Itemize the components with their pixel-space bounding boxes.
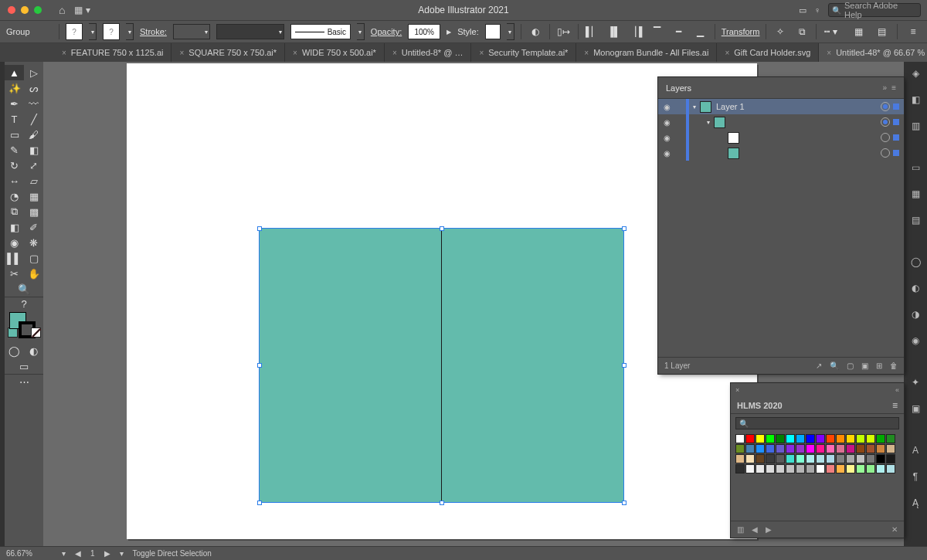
line-segment-tool[interactable]: ╱ bbox=[24, 111, 43, 127]
color-swatch[interactable] bbox=[735, 434, 745, 443]
window-zoom-icon[interactable] bbox=[34, 6, 42, 14]
next-swatch-icon[interactable]: ▶ bbox=[766, 525, 772, 534]
create-sublayer-icon[interactable]: ▣ bbox=[861, 361, 868, 370]
gradient-panel-icon[interactable]: ◐ bbox=[908, 281, 922, 295]
target-icon[interactable] bbox=[881, 117, 890, 127]
screen-mode-icon[interactable]: ▭ bbox=[5, 358, 43, 374]
transform-label[interactable]: Transform bbox=[722, 27, 760, 36]
align-to-icon[interactable]: ▯↦ bbox=[556, 24, 572, 39]
more-options-icon[interactable]: ┅ ▾ bbox=[823, 24, 838, 39]
fill-dropdown[interactable] bbox=[89, 23, 97, 40]
help-search-input[interactable]: 🔍 Search Adobe Help bbox=[828, 3, 921, 17]
layers-panel-header[interactable]: Layers »≡ bbox=[658, 77, 904, 99]
visibility-icon[interactable]: ◉ bbox=[658, 118, 675, 127]
width-tool[interactable]: ↔ bbox=[5, 173, 24, 188]
swatches-panel-icon[interactable]: ▦ bbox=[908, 187, 922, 201]
stroke-dropdown[interactable] bbox=[126, 23, 134, 40]
color-swatch[interactable] bbox=[836, 464, 845, 473]
color-swatch[interactable] bbox=[776, 434, 785, 443]
visibility-icon[interactable]: ◉ bbox=[658, 134, 675, 142]
disclosure-icon[interactable]: ▾ bbox=[703, 119, 714, 126]
color-panel-icon[interactable]: ▭ bbox=[908, 161, 922, 175]
color-swatch[interactable] bbox=[886, 434, 895, 443]
color-swatch[interactable] bbox=[745, 434, 755, 443]
share-icon[interactable]: ▭ bbox=[799, 5, 806, 15]
selection-handle[interactable] bbox=[622, 363, 626, 368]
color-swatch[interactable] bbox=[816, 454, 825, 463]
selection-handle[interactable] bbox=[257, 226, 262, 231]
glyphs-panel-icon[interactable]: Ą bbox=[908, 496, 922, 510]
list-view-icon[interactable]: ▤ bbox=[874, 24, 889, 39]
close-icon[interactable]: × bbox=[392, 49, 397, 57]
color-swatch[interactable] bbox=[876, 464, 885, 473]
hand-tool[interactable]: ✋ bbox=[24, 266, 43, 281]
close-icon[interactable]: × bbox=[725, 49, 729, 57]
make-clipping-mask-icon[interactable]: ▢ bbox=[847, 361, 854, 370]
close-icon[interactable]: × bbox=[584, 49, 589, 57]
color-swatch[interactable] bbox=[886, 444, 895, 453]
lasso-tool[interactable]: ᔕ bbox=[24, 80, 43, 96]
color-swatch[interactable] bbox=[745, 464, 755, 473]
color-swatch[interactable] bbox=[876, 444, 885, 453]
live-paint-tool[interactable]: ▦ bbox=[24, 188, 43, 204]
color-swatch[interactable] bbox=[735, 464, 745, 473]
color-swatch[interactable] bbox=[806, 434, 815, 443]
window-minimize-icon[interactable] bbox=[21, 6, 29, 14]
color-swatch[interactable] bbox=[816, 434, 825, 443]
appearance-panel-icon[interactable]: ◉ bbox=[908, 334, 922, 348]
color-swatch[interactable] bbox=[816, 444, 825, 453]
artboard-prev-icon[interactable]: ◀ bbox=[75, 549, 81, 558]
zoom-tool[interactable]: 🔍 bbox=[5, 281, 43, 297]
color-swatch[interactable] bbox=[856, 454, 865, 463]
color-swatch[interactable] bbox=[826, 464, 835, 473]
layer-row[interactable]: ◉▾Layer 1 bbox=[658, 99, 904, 114]
search-layer-icon[interactable]: 🔍 bbox=[830, 361, 839, 370]
paintbrush-tool[interactable]: 🖌 bbox=[24, 127, 43, 142]
color-swatch[interactable] bbox=[846, 454, 855, 463]
align-right-icon[interactable]: ▕▐ bbox=[628, 24, 643, 39]
panel-menu-icon[interactable]: ≡ bbox=[892, 400, 898, 411]
document-tab[interactable]: ×WIDE 750 x 500.ai* bbox=[285, 43, 385, 62]
align-bottom-icon[interactable]: ▁ bbox=[693, 24, 708, 39]
color-swatch[interactable] bbox=[766, 434, 775, 443]
color-swatch[interactable] bbox=[796, 434, 805, 443]
gradient-tool[interactable]: ◧ bbox=[5, 219, 24, 235]
grid-view-icon[interactable]: ▦ bbox=[851, 24, 866, 39]
swatch-search-input[interactable]: 🔍 bbox=[735, 417, 899, 429]
visibility-icon[interactable]: ◉ bbox=[658, 103, 675, 111]
edit-contents-icon[interactable]: ⧉ bbox=[794, 24, 810, 39]
color-swatch[interactable] bbox=[796, 444, 805, 453]
transparency-panel-icon[interactable]: ◑ bbox=[908, 307, 922, 321]
color-swatch[interactable] bbox=[856, 434, 865, 443]
selection-handle[interactable] bbox=[257, 501, 262, 505]
color-swatch[interactable] bbox=[826, 444, 835, 453]
pen-tool[interactable]: ✒ bbox=[5, 96, 24, 111]
home-icon[interactable]: ⌂ bbox=[59, 4, 65, 16]
selection-handle[interactable] bbox=[622, 501, 626, 505]
variable-width-profile[interactable]: ▾ bbox=[216, 24, 284, 39]
mesh-tool[interactable]: ▩ bbox=[24, 204, 43, 219]
direct-selection-tool[interactable]: ▷ bbox=[24, 65, 43, 80]
eyedropper-tool[interactable]: ✐ bbox=[24, 219, 43, 235]
arrange-documents-icon[interactable]: ▦ ▾ bbox=[74, 5, 90, 15]
color-swatch[interactable] bbox=[886, 454, 895, 463]
character-panel-icon[interactable]: A bbox=[908, 443, 922, 457]
color-swatch[interactable] bbox=[786, 434, 795, 443]
color-swatch[interactable] bbox=[806, 444, 815, 453]
style-dropdown[interactable] bbox=[507, 23, 514, 40]
properties-panel-icon[interactable]: ◈ bbox=[908, 66, 922, 80]
disclosure-icon[interactable]: ▾ bbox=[689, 104, 700, 110]
color-swatch[interactable] bbox=[836, 434, 845, 443]
color-swatch[interactable] bbox=[866, 444, 875, 453]
document-tab[interactable]: ×Gift Card Holder.svg bbox=[717, 43, 819, 62]
close-icon[interactable]: × bbox=[62, 49, 66, 57]
color-swatch[interactable] bbox=[866, 454, 875, 463]
stroke-swatch[interactable]: ? bbox=[103, 23, 120, 40]
edit-toolbar-icon[interactable]: ? bbox=[5, 297, 43, 311]
color-swatch[interactable] bbox=[756, 454, 765, 463]
target-icon[interactable] bbox=[881, 102, 890, 111]
opacity-input[interactable]: 100% bbox=[408, 24, 440, 39]
selection-tool[interactable]: ▲ bbox=[5, 65, 24, 80]
color-swatch[interactable] bbox=[766, 454, 775, 463]
magic-wand-tool[interactable]: ✨ bbox=[5, 80, 24, 96]
